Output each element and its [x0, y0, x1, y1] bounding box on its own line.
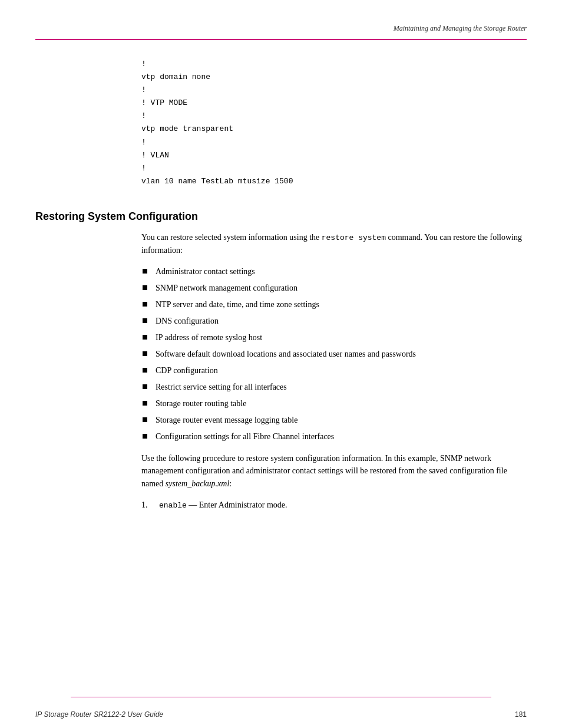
num-label: 1. — [141, 499, 159, 512]
step-code: enable — [159, 501, 187, 510]
list-item: Restrict service setting for all interfa… — [141, 381, 527, 393]
list-item: NTP server and date, time, and time zone… — [141, 298, 527, 311]
bullet-text: IP address of remote syslog host — [156, 331, 262, 344]
footer-right: 181 — [515, 710, 527, 719]
page-container: Maintaining and Managing the Storage Rou… — [0, 0, 562, 728]
square-bullet-icon — [141, 416, 150, 424]
chapter-title: Maintaining and Managing the Storage Rou… — [394, 24, 527, 32]
square-bullet-icon — [141, 267, 150, 275]
square-bullet-icon — [141, 366, 150, 374]
numbered-list: 1. enable — Enter Administrator mode. — [141, 499, 527, 512]
bullet-icon — [141, 365, 150, 374]
top-rule — [35, 39, 527, 40]
svg-rect-1 — [143, 285, 147, 290]
bullet-icon — [141, 316, 150, 324]
square-bullet-icon — [141, 399, 150, 407]
code-block: ! vtp domain none ! ! VTP MODE ! vtp mod… — [0, 52, 562, 200]
svg-rect-5 — [143, 351, 147, 356]
svg-rect-10 — [143, 434, 147, 439]
svg-rect-7 — [143, 384, 147, 389]
bullet-list: Administrator contact settings SNMP netw… — [141, 265, 527, 443]
bullet-icon — [141, 299, 150, 308]
footer-left: IP Storage Router SR2122-2 User Guide — [35, 710, 163, 719]
square-bullet-icon — [141, 284, 150, 292]
numbered-item: 1. enable — Enter Administrator mode. — [141, 499, 527, 512]
page-header: Maintaining and Managing the Storage Rou… — [0, 0, 562, 39]
step-text: — Enter Administrator mode. — [189, 500, 287, 509]
list-item: IP address of remote syslog host — [141, 331, 527, 344]
footer-bar: IP Storage Router SR2122-2 User Guide 18… — [35, 710, 527, 719]
bullet-text: Software default download locations and … — [156, 348, 416, 360]
list-item: Storage router routing table — [141, 397, 527, 410]
bullet-icon — [141, 266, 150, 275]
bottom-rule — [71, 697, 491, 697]
square-bullet-icon — [141, 350, 150, 358]
bullet-text: DNS configuration — [156, 315, 219, 327]
list-item: Software default download locations and … — [141, 348, 527, 360]
bullet-text: Storage router event message logging tab… — [156, 414, 297, 426]
bullet-icon — [141, 398, 150, 407]
bullet-icon — [141, 431, 150, 440]
list-item: Configuration settings for all Fibre Cha… — [141, 430, 527, 443]
list-item: Administrator contact settings — [141, 265, 527, 278]
list-item: CDP configuration — [141, 364, 527, 377]
code-pre: ! vtp domain none ! ! VTP MODE ! vtp mod… — [141, 58, 527, 188]
square-bullet-icon — [141, 432, 150, 440]
intro-code: restore system — [322, 233, 386, 242]
bullet-icon — [141, 415, 150, 423]
follow-end: : — [229, 479, 232, 488]
bullet-text: Storage router routing table — [156, 397, 246, 410]
svg-rect-9 — [143, 417, 147, 422]
num-content: enable — Enter Administrator mode. — [159, 499, 287, 512]
follow-italic: system_backup.xml — [166, 479, 229, 488]
square-bullet-icon — [141, 317, 150, 325]
section-heading: Restoring System Configuration — [0, 200, 562, 231]
bullet-text: CDP configuration — [156, 364, 218, 377]
svg-rect-0 — [143, 269, 147, 274]
square-bullet-icon — [141, 333, 150, 341]
bullet-text: Restrict service setting for all interfa… — [156, 381, 287, 393]
follow-paragraph: Use the following procedure to restore s… — [141, 452, 527, 490]
list-item: SNMP network management configuration — [141, 282, 527, 294]
square-bullet-icon — [141, 383, 150, 391]
intro-paragraph: You can restore selected system informat… — [141, 231, 527, 257]
bullet-text: NTP server and date, time, and time zone… — [156, 298, 319, 311]
svg-rect-2 — [143, 302, 147, 307]
bullet-text: SNMP network management configuration — [156, 282, 297, 294]
bullet-icon — [141, 283, 150, 291]
list-item: Storage router event message logging tab… — [141, 414, 527, 426]
bullet-icon — [141, 332, 150, 341]
bullet-icon — [141, 349, 150, 357]
content-area: You can restore selected system informat… — [0, 231, 562, 512]
svg-rect-4 — [143, 335, 147, 340]
list-item: DNS configuration — [141, 315, 527, 327]
svg-rect-8 — [143, 401, 147, 406]
svg-rect-6 — [143, 368, 147, 373]
square-bullet-icon — [141, 300, 150, 308]
bullet-text: Administrator contact settings — [156, 265, 255, 278]
intro-text: You can restore selected system informat… — [141, 233, 319, 242]
svg-rect-3 — [143, 318, 147, 323]
bullet-icon — [141, 382, 150, 390]
bullet-text: Configuration settings for all Fibre Cha… — [156, 430, 334, 443]
